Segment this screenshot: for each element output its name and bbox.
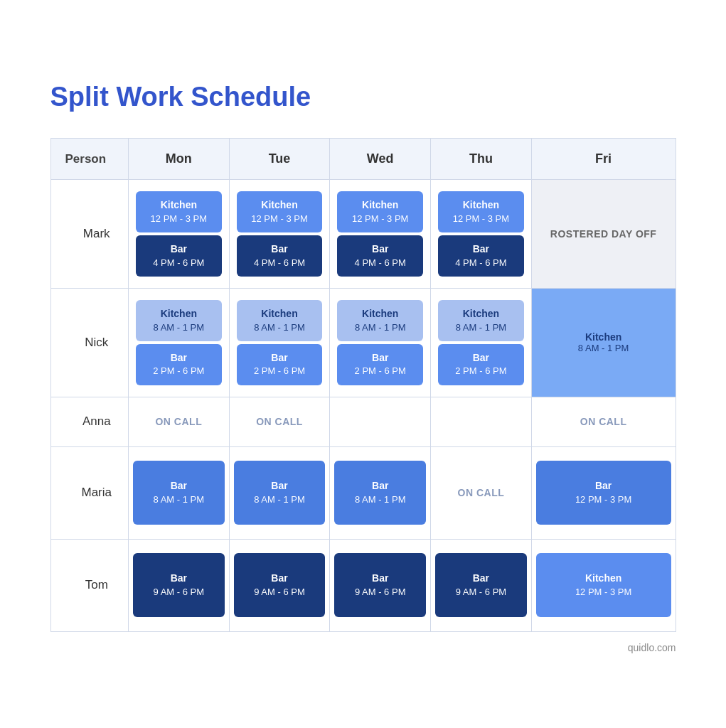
col-header-thu: Thu (431, 139, 532, 180)
maria-wed: Bar 8 AM - 1 PM (330, 446, 431, 539)
person-nick: Nick (50, 289, 128, 397)
tom-wed-bar: Bar 9 AM - 6 PM (334, 553, 426, 617)
tom-thu: Bar 9 AM - 6 PM (431, 539, 532, 631)
row-mark: Mark Kitchen 12 PM - 3 PM Bar 4 PM - 6 P… (50, 180, 676, 289)
schedule-table: Person Mon Tue Wed Thu Fri Mark Kitchen … (50, 138, 676, 631)
tom-fri: Kitchen 12 PM - 3 PM (531, 539, 676, 631)
nick-tue-kitchen: Kitchen 8 AM - 1 PM (237, 300, 323, 341)
anna-tue: ON CALL (229, 397, 330, 446)
nick-mon-bar: Bar 2 PM - 6 PM (136, 344, 222, 385)
header-row: Person Mon Tue Wed Thu Fri (50, 139, 676, 180)
mark-mon: Kitchen 12 PM - 3 PM Bar 4 PM - 6 PM (128, 180, 229, 289)
tom-tue: Bar 9 AM - 6 PM (229, 539, 330, 631)
footer: quidlo.com (50, 642, 676, 653)
person-tom: Tom (50, 539, 128, 631)
maria-mon: Bar 8 AM - 1 PM (128, 446, 229, 539)
nick-fri: Kitchen 8 AM - 1 PM (531, 289, 676, 397)
row-anna: Anna ON CALL ON CALL ON CALL (50, 397, 676, 446)
mark-tue-bar: Bar 4 PM - 6 PM (237, 235, 323, 277)
anna-wed (330, 397, 431, 446)
mark-tue-kitchen: Kitchen 12 PM - 3 PM (237, 191, 323, 232)
mark-tue: Kitchen 12 PM - 3 PM Bar 4 PM - 6 PM (229, 180, 330, 289)
col-header-person: Person (50, 139, 128, 180)
maria-tue-bar: Bar 8 AM - 1 PM (234, 461, 326, 525)
person-anna: Anna (50, 397, 128, 446)
nick-fri-kitchen: Kitchen 8 AM - 1 PM (536, 320, 671, 365)
nick-thu-kitchen: Kitchen 8 AM - 1 PM (438, 300, 524, 341)
row-maria: Maria Bar 8 AM - 1 PM Bar 8 AM - 1 PM (50, 446, 676, 539)
mark-wed-kitchen: Kitchen 12 PM - 3 PM (337, 191, 423, 232)
person-mark: Mark (50, 180, 128, 289)
row-tom: Tom Bar 9 AM - 6 PM Bar 9 AM - 6 PM (50, 539, 676, 631)
col-header-mon: Mon (128, 139, 229, 180)
nick-tue-bar: Bar 2 PM - 6 PM (237, 344, 323, 385)
nick-wed-bar: Bar 2 PM - 6 PM (337, 344, 423, 385)
nick-tue: Kitchen 8 AM - 1 PM Bar 2 PM - 6 PM (229, 289, 330, 397)
mark-mon-kitchen: Kitchen 12 PM - 3 PM (136, 191, 222, 232)
mark-thu: Kitchen 12 PM - 3 PM Bar 4 PM - 6 PM (431, 180, 532, 289)
tom-mon: Bar 9 AM - 6 PM (128, 539, 229, 631)
nick-thu-bar: Bar 2 PM - 6 PM (438, 344, 524, 385)
nick-wed-kitchen: Kitchen 8 AM - 1 PM (337, 300, 423, 341)
nick-mon-kitchen: Kitchen 8 AM - 1 PM (136, 300, 222, 341)
mark-mon-bar: Bar 4 PM - 6 PM (136, 235, 222, 277)
col-header-fri: Fri (531, 139, 676, 180)
col-header-wed: Wed (330, 139, 431, 180)
page-title: Split Work Schedule (50, 82, 676, 112)
maria-fri: Bar 12 PM - 3 PM (531, 446, 676, 539)
nick-mon: Kitchen 8 AM - 1 PM Bar 2 PM - 6 PM (128, 289, 229, 397)
anna-thu (431, 397, 532, 446)
tom-mon-bar: Bar 9 AM - 6 PM (133, 553, 225, 617)
page-container: Split Work Schedule Person Mon Tue Wed T… (22, 53, 705, 674)
nick-wed: Kitchen 8 AM - 1 PM Bar 2 PM - 6 PM (330, 289, 431, 397)
tom-tue-bar: Bar 9 AM - 6 PM (234, 553, 326, 617)
maria-mon-bar: Bar 8 AM - 1 PM (133, 461, 225, 525)
maria-fri-bar: Bar 12 PM - 3 PM (536, 461, 671, 525)
mark-thu-bar: Bar 4 PM - 6 PM (438, 235, 524, 277)
tom-thu-bar: Bar 9 AM - 6 PM (435, 553, 527, 617)
row-nick: Nick Kitchen 8 AM - 1 PM Bar 2 PM - 6 PM (50, 289, 676, 397)
maria-thu: ON CALL (431, 446, 532, 539)
maria-tue: Bar 8 AM - 1 PM (229, 446, 330, 539)
anna-mon: ON CALL (128, 397, 229, 446)
person-maria: Maria (50, 446, 128, 539)
tom-wed: Bar 9 AM - 6 PM (330, 539, 431, 631)
col-header-tue: Tue (229, 139, 330, 180)
nick-thu: Kitchen 8 AM - 1 PM Bar 2 PM - 6 PM (431, 289, 532, 397)
mark-fri-rostered: ROSTERED DAY OFF (531, 180, 676, 289)
mark-thu-kitchen: Kitchen 12 PM - 3 PM (438, 191, 524, 232)
tom-fri-kitchen: Kitchen 12 PM - 3 PM (536, 553, 671, 617)
maria-wed-bar: Bar 8 AM - 1 PM (334, 461, 426, 525)
mark-wed: Kitchen 12 PM - 3 PM Bar 4 PM - 6 PM (330, 180, 431, 289)
anna-fri: ON CALL (531, 397, 676, 446)
mark-wed-bar: Bar 4 PM - 6 PM (337, 235, 423, 277)
